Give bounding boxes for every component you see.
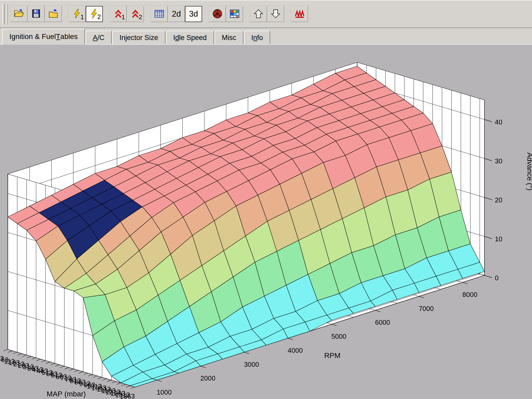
toolbar-separator xyxy=(62,14,69,14)
burn-button[interactable] xyxy=(291,6,308,22)
spark-table-2-button[interactable]: 2 xyxy=(127,6,144,22)
open-button[interactable] xyxy=(10,6,28,22)
view-3d-label: 3d xyxy=(189,9,198,19)
plot-area xyxy=(0,45,532,399)
spark-table-1-badge: 1 xyxy=(122,14,125,21)
burn-icon xyxy=(294,8,305,20)
view-2d-button[interactable]: 2d xyxy=(168,6,185,22)
toolbar-separator xyxy=(284,14,291,14)
fuel-table-2-badge: 2 xyxy=(97,13,101,21)
fuel-table-2-button[interactable]: 2 xyxy=(86,6,103,22)
toolbar-buttons: 12122d3d xyxy=(10,6,308,22)
toolbar-separator xyxy=(202,14,209,14)
save-button[interactable] xyxy=(28,6,45,22)
tab-ignition-fuel-tables[interactable]: Ignition & Fuel Tables xyxy=(2,29,85,45)
view-3d-button[interactable]: 3d xyxy=(185,6,202,22)
toolbar-separator xyxy=(243,14,250,14)
tab-a-c[interactable]: A/C xyxy=(85,31,112,44)
fuel-table-1-button[interactable]: 1 xyxy=(69,6,86,22)
toolbar: 12122d3d xyxy=(0,0,532,28)
app-window: 12122d3d Ignition & Fuel TablesA/CInject… xyxy=(0,0,532,399)
color-table-icon xyxy=(229,8,240,20)
surface-chart-canvas[interactable] xyxy=(0,45,532,399)
toolbar-grip[interactable] xyxy=(2,4,5,24)
tab-injector-size[interactable]: Injector Size xyxy=(112,31,165,44)
distributor-button[interactable] xyxy=(209,6,226,22)
raise-values-button[interactable] xyxy=(250,6,267,22)
lower-values-button[interactable] xyxy=(267,6,284,22)
tab-bar: Ignition & Fuel TablesA/CInjector SizeId… xyxy=(0,28,532,45)
map-grid-button[interactable] xyxy=(226,6,243,22)
open-folder-icon xyxy=(14,8,24,20)
load-folder-button[interactable] xyxy=(45,6,62,22)
toolbar-separator xyxy=(103,14,110,14)
arrow-down-icon xyxy=(270,8,281,20)
fuel-table-1-badge: 1 xyxy=(81,14,84,21)
table-view-button[interactable] xyxy=(151,6,168,22)
folder-arrow-icon xyxy=(48,8,59,20)
save-icon xyxy=(31,8,42,20)
spark-table-1-button[interactable]: 1 xyxy=(110,6,127,22)
tab-misc[interactable]: Misc xyxy=(215,31,244,44)
spark-table-2-badge: 2 xyxy=(139,14,142,21)
tab-info[interactable]: Info xyxy=(244,31,270,44)
distributor-icon xyxy=(212,8,223,20)
tab-idle-speed[interactable]: Idle Speed xyxy=(166,31,214,44)
toolbar-grip-2[interactable] xyxy=(7,4,8,24)
view-2d-label: 2d xyxy=(172,9,181,19)
table-icon xyxy=(154,8,165,20)
toolbar-separator xyxy=(144,14,151,14)
arrow-up-icon xyxy=(253,8,264,20)
